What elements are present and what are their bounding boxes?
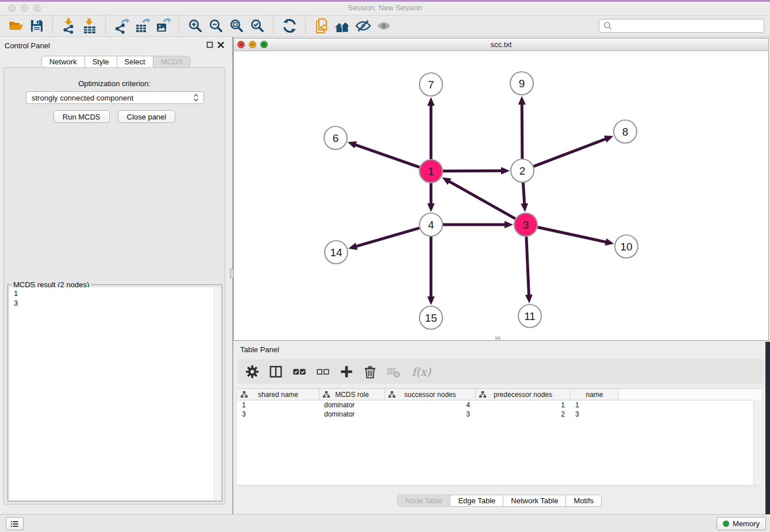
tab-select[interactable]: Select (117, 56, 153, 68)
graph-node-14[interactable]: 14 (325, 241, 348, 264)
criterion-dropdown[interactable]: strongly connected component (26, 91, 204, 104)
refresh-button[interactable] (280, 17, 299, 35)
graph-edge-3-10[interactable] (538, 227, 614, 245)
network-scroll-handle[interactable] (495, 337, 500, 340)
table-panel-tabs: Node TableEdge TableNetwork TableMotifs (233, 495, 765, 507)
import-table-button[interactable] (80, 17, 99, 35)
column-header-mcds-role[interactable]: MCDS role (319, 389, 385, 400)
graph-node-label: 2 (519, 165, 526, 177)
network-window-titlebar[interactable]: scc.txt (234, 38, 768, 51)
graph-edge-1-2[interactable] (443, 167, 510, 175)
export-table-button[interactable] (133, 17, 152, 35)
tab-network[interactable]: Network (41, 56, 85, 68)
function-builder-button: f(x) (412, 365, 431, 378)
task-history-button[interactable] (6, 517, 24, 530)
table-cell[interactable]: 3 (385, 410, 476, 418)
table-row[interactable]: 3dominator323 (237, 410, 761, 419)
table-cell[interactable]: 4 (385, 401, 476, 409)
network-close-button[interactable] (237, 41, 245, 48)
graph-node-1[interactable]: 1 (419, 160, 442, 183)
column-header-shared-name[interactable]: shared name (237, 389, 319, 400)
tab-node-table[interactable]: Node Table (397, 495, 451, 507)
mcds-result-area[interactable]: 1 3 (9, 287, 221, 500)
import-network-button[interactable] (60, 17, 78, 35)
graph-edge-2-9[interactable] (518, 96, 526, 159)
tab-style[interactable]: Style (85, 56, 117, 68)
table-cell[interactable]: 1 (571, 401, 619, 409)
zoom-in-button[interactable] (186, 17, 205, 35)
save-button[interactable] (28, 17, 46, 35)
tab-motifs[interactable]: Motifs (566, 495, 602, 507)
delete-column-button[interactable] (363, 364, 378, 379)
column-header-name[interactable]: name (571, 389, 619, 400)
result-scrollbar[interactable] (214, 287, 221, 500)
search-input[interactable] (615, 21, 760, 31)
export-table-icon (134, 18, 151, 34)
hide-graphics-button[interactable] (354, 17, 372, 35)
table-cell[interactable]: 3 (571, 410, 619, 418)
hide-graphics-icon (355, 18, 371, 34)
graph-node-8[interactable]: 8 (614, 120, 637, 143)
table-cell[interactable]: dominator (319, 401, 385, 409)
column-header-successor-nodes[interactable]: successor nodes (385, 389, 476, 400)
table-cell[interactable]: 1 (237, 401, 319, 409)
table-cell[interactable]: 3 (237, 410, 319, 418)
graph-node-3[interactable]: 3 (514, 213, 537, 236)
table-cell[interactable]: dominator (319, 410, 385, 418)
control-panel-float-button[interactable] (206, 41, 213, 49)
export-network-button[interactable] (113, 17, 131, 35)
graph-node-10[interactable]: 10 (615, 235, 638, 258)
zoom-fit-button[interactable] (228, 17, 246, 35)
graph-node-label: 9 (519, 78, 525, 90)
close-panel-button[interactable]: Close panel (118, 110, 176, 123)
zoom-out-button[interactable] (207, 17, 225, 35)
tab-mcds[interactable]: MCDS (153, 56, 191, 68)
deselect-all-button[interactable] (315, 364, 330, 379)
save-icon (29, 18, 45, 34)
graph-edge-1-4[interactable] (428, 183, 435, 212)
table-scrollbar[interactable] (753, 400, 761, 485)
graph-node-2[interactable]: 2 (511, 159, 534, 182)
export-image-button[interactable] (154, 17, 172, 35)
graph-edge-1-6[interactable] (348, 141, 419, 167)
column-header-label: successor nodes (404, 391, 456, 399)
add-column-button[interactable] (339, 364, 354, 379)
memory-button[interactable]: Memory (717, 517, 766, 530)
table-cell[interactable]: 2 (476, 410, 571, 418)
graph-edge-1-7[interactable] (428, 97, 435, 159)
column-header-predecessor-nodes[interactable]: predecessor nodes (476, 389, 571, 400)
graph-edge-4-15[interactable] (428, 237, 435, 305)
graph-edge-3-11[interactable] (525, 237, 533, 303)
graph-edge-2-3[interactable] (521, 183, 528, 212)
graph-edge-4-3[interactable] (443, 221, 513, 229)
run-mcds-button[interactable]: Run MCDS (53, 110, 110, 123)
table-cell[interactable]: 1 (476, 401, 571, 409)
select-all-icon (292, 364, 307, 380)
table-row[interactable]: 1dominator411 (237, 400, 761, 410)
graph-node-label: 8 (622, 126, 629, 138)
graph-node-9[interactable]: 9 (510, 72, 533, 95)
clipboard-network-button[interactable] (313, 17, 331, 35)
network-minimize-button[interactable] (249, 41, 256, 48)
graph-edge-2-8[interactable] (534, 136, 614, 166)
graph-edge-3-1[interactable] (442, 178, 515, 219)
network-graph-canvas[interactable]: 1234678910111415 (234, 51, 768, 341)
tab-edge-table[interactable]: Edge Table (451, 495, 503, 507)
graph-node-15[interactable]: 15 (419, 306, 442, 329)
select-all-button[interactable] (292, 364, 307, 379)
split-columns-button[interactable] (268, 364, 283, 379)
gear-button[interactable] (245, 364, 260, 379)
search-box[interactable] (599, 19, 764, 33)
graph-node-11[interactable]: 11 (518, 304, 541, 327)
zoom-selected-button[interactable] (248, 17, 267, 35)
tab-network-table[interactable]: Network Table (503, 495, 566, 507)
home-button[interactable] (333, 17, 352, 35)
network-zoom-button[interactable] (260, 41, 268, 48)
graph-node-4[interactable]: 4 (419, 213, 442, 236)
open-folder-button[interactable] (7, 17, 25, 35)
graph-node-6[interactable]: 6 (324, 126, 347, 149)
control-panel-close-button[interactable] (217, 41, 224, 49)
graph-node-7[interactable]: 7 (419, 73, 442, 96)
graph-edge-4-14[interactable] (348, 228, 419, 250)
optimization-criterion-label: Optimization criterion: (4, 79, 225, 88)
